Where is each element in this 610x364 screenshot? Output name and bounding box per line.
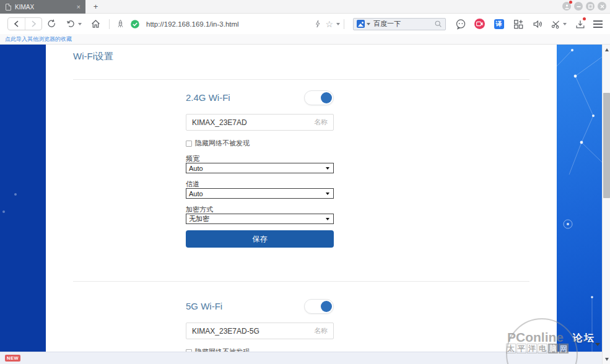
browser-toolbar: http://192.168.169.1/in-3.html ☆ 百度一下 译	[0, 14, 610, 34]
toolbar-separator-2	[344, 19, 344, 29]
hide-network-24g-label: 隐藏网络不被发现	[195, 139, 250, 148]
constellation-decoration	[557, 45, 602, 352]
browser-titlebar: KIMAX × +	[0, 0, 610, 14]
refresh-icon[interactable]	[46, 19, 57, 29]
settings-content: Wi-Fi设置 2.4G Wi-Fi 名称 隐藏网络不被发现 频宽 Auto 信…	[46, 45, 557, 352]
nav-button-group	[7, 17, 42, 30]
forum-watermark-label: 论坛	[573, 332, 595, 345]
feedback-bubble-icon[interactable]	[455, 18, 466, 30]
ssid-24g-hint: 名称	[314, 118, 328, 127]
notification-dot	[569, 1, 572, 4]
search-magnifier-icon[interactable]	[434, 20, 442, 28]
status-bar: NEW	[0, 352, 610, 364]
encryption-select[interactable]: 无加密	[186, 214, 334, 224]
toggle-knob	[321, 92, 332, 103]
bookmarks-bar: 点此导入其他浏览器的收藏	[0, 34, 610, 45]
bandwidth-label: 频宽	[186, 154, 199, 163]
minimize-icon[interactable]	[574, 2, 583, 11]
save-button[interactable]: 保存	[186, 230, 334, 248]
section-divider-2	[73, 281, 529, 282]
wifi-24g-header: 2.4G Wi-Fi	[186, 90, 334, 105]
wifi-5g-section: 5G Wi-Fi 名称 隐藏网络不被发现	[186, 299, 334, 352]
new-badge: NEW	[5, 355, 20, 362]
wifi-5g-label: 5G Wi-Fi	[186, 301, 222, 311]
hide-network-24g-checkbox[interactable]	[186, 141, 192, 147]
page-title: Wi-Fi设置	[73, 51, 113, 63]
ssid-24g-field: 名称	[186, 114, 334, 131]
import-bookmarks-link[interactable]: 点此导入其他浏览器的收藏	[5, 35, 72, 43]
router-settings-page: Wi-Fi设置 2.4G Wi-Fi 名称 隐藏网络不被发现 频宽 Auto 信…	[0, 45, 610, 352]
forum-caret-icon	[595, 343, 600, 346]
download-notification-dot	[583, 17, 586, 20]
video-icon[interactable]	[474, 18, 486, 30]
download-icon[interactable]	[574, 18, 586, 30]
browser-tab[interactable]: KIMAX ×	[0, 0, 85, 14]
page-left-background	[0, 45, 46, 352]
speed-mode-rocket-icon[interactable]	[116, 19, 125, 28]
new-tab-button[interactable]: +	[90, 2, 101, 12]
tab-title: KIMAX	[15, 4, 76, 11]
close-icon[interactable]	[598, 2, 606, 11]
wifi-5g-toggle[interactable]	[304, 299, 334, 314]
scissors-caret-icon[interactable]	[563, 23, 567, 25]
scroll-down-icon[interactable]	[603, 355, 610, 363]
sound-speaker-icon[interactable]	[531, 18, 543, 30]
select-arrow-icon	[326, 218, 329, 220]
extensions-icon[interactable]	[512, 18, 524, 30]
wifi-5g-header: 5G Wi-Fi	[186, 299, 334, 314]
tab-close-icon[interactable]: ×	[76, 4, 82, 11]
baidu-engine-icon[interactable]	[357, 20, 365, 28]
toolbar-separator	[109, 19, 110, 29]
maximize-icon[interactable]	[586, 2, 595, 11]
ssid-24g-input[interactable]	[192, 118, 314, 127]
channel-select[interactable]: Auto	[186, 188, 334, 199]
ssid-5g-hint: 名称	[314, 326, 328, 336]
account-icon[interactable]	[562, 2, 571, 11]
undo-history-icon[interactable]	[66, 19, 82, 29]
search-input[interactable]: 百度一下	[373, 19, 434, 28]
security-shield-icon[interactable]	[130, 19, 140, 29]
page-scrollbar[interactable]	[602, 45, 610, 364]
bandwidth-select[interactable]: Auto	[186, 163, 334, 173]
home-icon[interactable]	[90, 19, 101, 29]
favorite-star-icon[interactable]: ☆	[325, 19, 333, 29]
scroll-up-icon[interactable]	[603, 46, 610, 53]
select-arrow-icon	[326, 167, 329, 170]
url-text[interactable]: http://192.168.169.1/in-3.html	[146, 20, 239, 28]
ssid-5g-field: 名称	[186, 323, 334, 339]
wifi-24g-label: 2.4G Wi-Fi	[186, 92, 230, 103]
page-doc-icon	[6, 4, 11, 11]
menu-hamburger-icon[interactable]	[593, 20, 603, 28]
toggle-knob	[321, 301, 332, 312]
page-right-background: 论坛	[557, 45, 602, 352]
search-box[interactable]: 百度一下	[353, 18, 446, 30]
section-divider	[73, 79, 529, 80]
hide-network-24g-row: 隐藏网络不被发现	[186, 139, 250, 148]
ssid-5g-input[interactable]	[192, 327, 314, 336]
translate-icon[interactable]: 译	[493, 18, 505, 30]
select-arrow-icon	[326, 193, 329, 195]
screenshot-scissors-icon[interactable]	[551, 18, 567, 30]
forward-icon[interactable]	[25, 18, 41, 30]
wifi-24g-toggle[interactable]	[304, 90, 334, 105]
favorites-caret-icon[interactable]	[336, 23, 340, 25]
encryption-label: 加密方式	[186, 205, 213, 214]
channel-label: 信道	[186, 180, 199, 189]
window-controls	[562, 2, 606, 11]
undo-caret-icon[interactable]	[78, 23, 82, 25]
scrollbar-thumb[interactable]	[603, 93, 610, 198]
back-icon[interactable]	[8, 18, 25, 30]
lightning-icon[interactable]	[313, 19, 322, 28]
engine-caret-icon[interactable]	[367, 23, 370, 25]
wifi-24g-section: 2.4G Wi-Fi 名称 隐藏网络不被发现 频宽 Auto 信道 Auto	[186, 90, 334, 251]
